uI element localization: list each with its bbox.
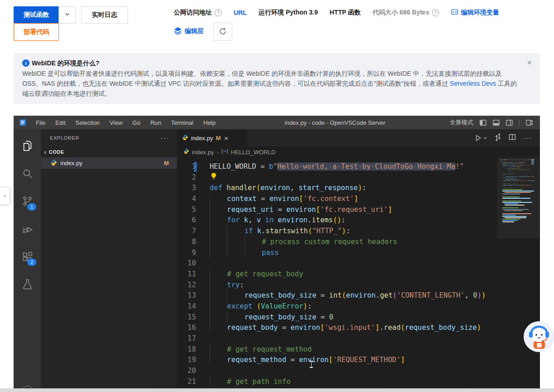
code-line[interactable]: 19 request_method = environ['REQUEST_MET… (177, 355, 496, 366)
toggle-sidebar-icon[interactable] (480, 119, 486, 126)
menu-file[interactable]: File (31, 119, 50, 126)
run-python-file-icon[interactable] (475, 134, 487, 142)
code-line[interactable]: 1HELLO_WORLD = b"Hello·world,·a·Test·by·… (177, 162, 496, 172)
code-line[interactable]: 16 request_body = environ['wsgi.input'].… (177, 323, 496, 333)
extensions-icon[interactable]: 2 (14, 243, 41, 270)
test-function-dropdown-button[interactable] (59, 6, 76, 24)
file-row-index-py[interactable]: index.py M (41, 157, 177, 169)
code-line[interactable]: 21 # get path info (177, 377, 496, 387)
close-icon[interactable]: × (527, 58, 532, 68)
realtime-logs-button[interactable]: 实时日志 (81, 6, 128, 24)
code-section-label: CODE (49, 149, 64, 155)
minimap-line (505, 203, 518, 204)
gutter (196, 237, 210, 248)
menu-go[interactable]: Go (127, 119, 145, 126)
edit-env-vars-link[interactable]: 编辑环境变量 (451, 9, 499, 17)
webide-info-banner: i WebIDE 的环境是什么? WebIDE 是可以帮助开发者快速进行代码测试… (14, 53, 540, 104)
line-number: 10 (177, 258, 196, 269)
fullscreen-mode-label[interactable]: 全屏模式 (450, 118, 473, 127)
runtime-label: 运行环境 Python 3.9 (259, 9, 318, 17)
code-line[interactable]: 13 request_body_size = int(environ.get('… (177, 290, 496, 301)
toggle-panel-icon[interactable] (493, 119, 500, 126)
tab-index-py[interactable]: index.py M × (177, 129, 247, 147)
code-line[interactable]: 5 request_uri = environ['fc.request_uri'… (177, 205, 496, 216)
split-editor-icon[interactable] (509, 133, 516, 142)
test-function-button[interactable]: 测试函数 (14, 6, 59, 24)
line-number: 9 (177, 248, 196, 259)
more-actions-icon[interactable]: ··· (523, 134, 532, 142)
line-text: request_body = environ['wsgi.input'].rea… (210, 323, 481, 333)
code-line[interactable]: 8 # process custom request headers (177, 237, 496, 248)
assistant-mascot[interactable] (523, 321, 554, 353)
minimap-line: request_body = environ['wsgi.input'].rea… (500, 180, 534, 181)
public-url-label: 公网访问地址 (174, 9, 212, 17)
code-section-row[interactable]: ∨ CODE (41, 147, 177, 157)
line-number: 1 (177, 162, 196, 172)
panel-expander-handle[interactable]: › (0, 187, 10, 205)
menu-help[interactable]: Help (198, 119, 221, 126)
serverless-devs-link[interactable]: Serverless Devs (450, 80, 496, 87)
code-line[interactable]: 4 context = environ['fc.context'] (177, 194, 496, 205)
code-line[interactable]: 9 pass (177, 248, 496, 259)
banner-body: WebIDE 是可以帮助开发者快速进行代码测试，以及项目构建、依赖安装，但是 W… (22, 69, 521, 98)
minimap-line (502, 219, 520, 220)
menu-run[interactable]: Run (145, 119, 166, 126)
more-actions-icon[interactable]: ··· (161, 134, 170, 142)
http-function-label: HTTP 函数 (329, 9, 360, 17)
line-text: context = environ['fc.context'] (210, 194, 358, 205)
lightbulb-icon[interactable] (211, 172, 217, 183)
code-line[interactable]: 11 # get request_body (177, 269, 496, 280)
menu-terminal[interactable]: Terminal (166, 119, 198, 126)
code-line[interactable]: 20 (177, 366, 496, 377)
chevron-down-icon: ∨ (44, 150, 47, 155)
testing-beaker-icon[interactable] (14, 270, 41, 298)
code-size-label: 代码大小 686 Bytes (373, 9, 429, 17)
minimap-line (502, 191, 534, 191)
code-line[interactable]: 12 try: (177, 280, 496, 291)
gutter (196, 269, 210, 280)
deploy-code-button[interactable]: 部署代码 (14, 23, 59, 41)
line-number: 5 (177, 205, 196, 216)
close-icon[interactable]: × (224, 134, 228, 142)
code-line[interactable]: 2 (177, 172, 496, 183)
code-editor[interactable]: 1HELLO_WORLD = b"Hello·world,·a·Test·by·… (177, 157, 540, 392)
refresh-button[interactable] (213, 23, 232, 41)
code-line[interactable]: 18 # get request_method (177, 344, 496, 355)
menu-selection[interactable]: Selection (70, 119, 104, 126)
code-line[interactable]: 17 (177, 333, 496, 344)
code-line[interactable]: 3def handler(environ, start_response): (177, 183, 496, 194)
code-line[interactable]: 10 (177, 258, 496, 269)
scrollbar-thumb[interactable] (531, 159, 534, 165)
line-text: for k, v in environ.items(): (210, 215, 346, 226)
menu-edit[interactable]: Edit (50, 119, 70, 126)
breadcrumb-symbol[interactable]: HELLO_WORLD (231, 149, 275, 156)
line-number: 15 (177, 312, 196, 323)
line-text: except (ValueError): (210, 301, 312, 312)
code-line[interactable]: 15 request_body_size = 0 (177, 312, 496, 323)
minimap[interactable]: HELLO_WORLD = b"Hello world, a Test by C… (497, 157, 539, 392)
gutter (196, 183, 210, 194)
code-line[interactable]: 7 if k.startswith("HTTP_"): (177, 226, 496, 237)
open-changes-icon[interactable] (494, 133, 502, 143)
customize-layout-icon[interactable] (526, 119, 533, 126)
help-icon[interactable]: ? (432, 9, 439, 16)
code-line[interactable]: 6 for k, v in environ.items(): (177, 215, 496, 226)
code-line[interactable]: 14 except (ValueError): (177, 301, 496, 312)
search-icon[interactable] (14, 160, 41, 187)
layers-icon (174, 27, 182, 36)
source-control-icon[interactable]: 1 (14, 187, 41, 215)
gutter (196, 258, 210, 269)
line-text: # get path info (210, 377, 290, 387)
menu-view[interactable]: View (105, 119, 127, 126)
explorer-icon[interactable] (14, 132, 41, 160)
toggle-secondary-sidebar-icon[interactable] (506, 119, 513, 126)
url-link[interactable]: URL (234, 9, 247, 16)
run-debug-icon[interactable] (14, 215, 41, 243)
file-name: index.py (60, 160, 82, 167)
gutter (196, 312, 210, 323)
breadcrumb-file[interactable]: index.py (192, 149, 214, 156)
gutter (196, 172, 210, 183)
edit-layer-link[interactable]: 编辑层 (174, 27, 204, 36)
help-icon[interactable]: ? (215, 9, 222, 16)
line-number: 18 (177, 344, 196, 355)
